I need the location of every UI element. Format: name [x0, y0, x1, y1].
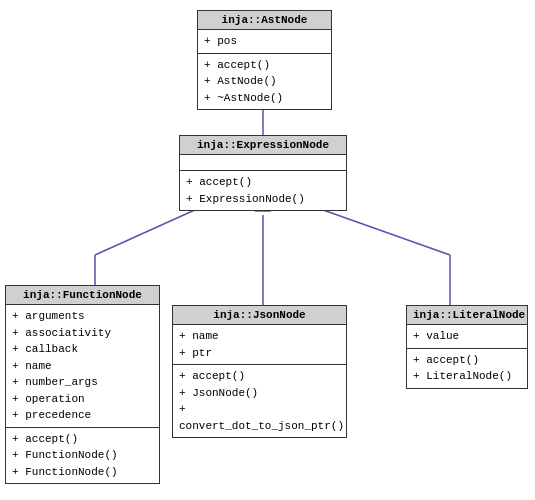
functionnode-section1: + arguments + associativity + callback +…	[6, 305, 159, 428]
literalnode-section1: + value	[407, 325, 527, 349]
expressionnode-ctor: + ExpressionNode()	[186, 191, 340, 208]
uml-diagram: inja::AstNode + pos + accept() + AstNode…	[0, 0, 535, 500]
jsonnode-ptr: + ptr	[179, 345, 340, 362]
jsonnode-title: inja::JsonNode	[173, 306, 346, 325]
astnode-title: inja::AstNode	[198, 11, 331, 30]
expressionnode-section2: + accept() + ExpressionNode()	[180, 171, 346, 210]
literalnode-title: inja::LiteralNode	[407, 306, 527, 325]
functionnode-ctor1: + FunctionNode()	[12, 447, 153, 464]
functionnode-operation: + operation	[12, 391, 153, 408]
jsonnode-section1: + name + ptr	[173, 325, 346, 365]
functionnode-section2: + accept() + FunctionNode() + FunctionNo…	[6, 428, 159, 484]
expressionnode-accept: + accept()	[186, 174, 340, 191]
functionnode-name: + name	[12, 358, 153, 375]
expressionnode-section1	[180, 155, 346, 171]
functionnode-associativity: + associativity	[12, 325, 153, 342]
literalnode-accept: + accept()	[413, 352, 521, 369]
functionnode-precedence: + precedence	[12, 407, 153, 424]
jsonnode-accept: + accept()	[179, 368, 340, 385]
astnode-section2: + accept() + AstNode() + ~AstNode()	[198, 54, 331, 110]
jsonnode-name: + name	[179, 328, 340, 345]
jsonnode-convert: + convert_dot_to_json_ptr()	[179, 401, 340, 434]
astnode-box: inja::AstNode + pos + accept() + AstNode…	[197, 10, 332, 110]
astnode-accept: + accept()	[204, 57, 325, 74]
functionnode-number-args: + number_args	[12, 374, 153, 391]
expressionnode-box: inja::ExpressionNode + accept() + Expres…	[179, 135, 347, 211]
functionnode-accept: + accept()	[12, 431, 153, 448]
jsonnode-ctor: + JsonNode()	[179, 385, 340, 402]
astnode-section1: + pos	[198, 30, 331, 54]
literalnode-value: + value	[413, 328, 521, 345]
literalnode-section2: + accept() + LiteralNode()	[407, 349, 527, 388]
functionnode-title: inja::FunctionNode	[6, 286, 159, 305]
jsonnode-box: inja::JsonNode + name + ptr + accept() +…	[172, 305, 347, 438]
expressionnode-title: inja::ExpressionNode	[180, 136, 346, 155]
literalnode-ctor: + LiteralNode()	[413, 368, 521, 385]
functionnode-ctor2: + FunctionNode()	[12, 464, 153, 481]
functionnode-arguments: + arguments	[12, 308, 153, 325]
astnode-ctor: + AstNode()	[204, 73, 325, 90]
functionnode-callback: + callback	[12, 341, 153, 358]
astnode-dtor: + ~AstNode()	[204, 90, 325, 107]
astnode-pos: + pos	[204, 33, 325, 50]
jsonnode-section2: + accept() + JsonNode() + convert_dot_to…	[173, 365, 346, 437]
literalnode-box: inja::LiteralNode + value + accept() + L…	[406, 305, 528, 389]
functionnode-box: inja::FunctionNode + arguments + associa…	[5, 285, 160, 484]
